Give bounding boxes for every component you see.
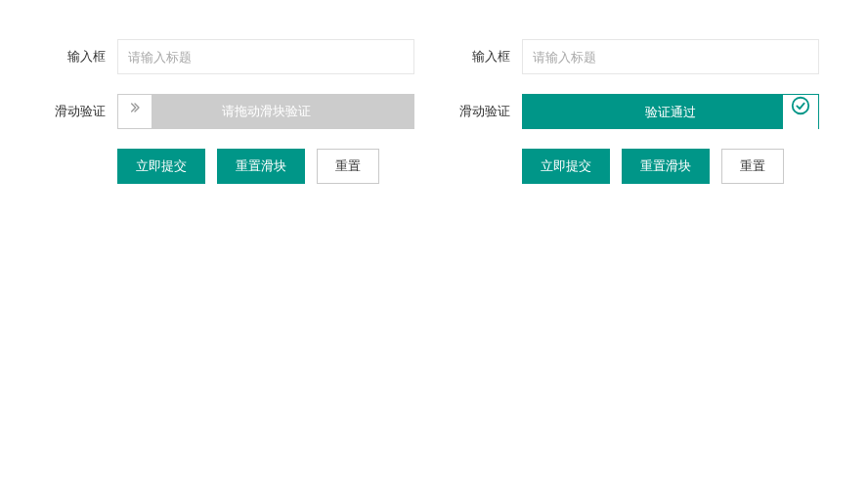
- input-label: 输入框: [49, 48, 117, 66]
- form-left: 输入框 滑动验证 请拖动滑块验证: [49, 39, 414, 184]
- input-row: 输入框: [49, 39, 414, 74]
- button-row: 立即提交 重置滑块 重置: [117, 149, 414, 184]
- slider-text: 请拖动滑块验证: [222, 104, 311, 118]
- form-right: 输入框 滑动验证 验证通过: [454, 39, 819, 184]
- submit-button[interactable]: 立即提交: [117, 149, 205, 184]
- check-circle-icon: [790, 95, 811, 130]
- success-indicator: [783, 95, 818, 130]
- reset-button[interactable]: 重置: [721, 149, 784, 184]
- slider-thumb[interactable]: [117, 94, 152, 129]
- reset-slider-button[interactable]: 重置滑块: [622, 149, 710, 184]
- slide-verify[interactable]: 请拖动滑块验证: [117, 94, 414, 129]
- svg-point-0: [793, 98, 809, 114]
- slider-text: 验证通过: [645, 105, 696, 119]
- input-row: 输入框: [454, 39, 819, 74]
- slider-label: 滑动验证: [454, 103, 522, 120]
- reset-button[interactable]: 重置: [317, 149, 379, 184]
- button-row: 立即提交 重置滑块 重置: [522, 149, 819, 184]
- title-input[interactable]: [522, 39, 819, 74]
- chevron-double-right-icon: [127, 94, 143, 129]
- slider-label: 滑动验证: [49, 103, 117, 120]
- slide-verify-success: 验证通过: [522, 94, 819, 129]
- submit-button[interactable]: 立即提交: [522, 149, 610, 184]
- reset-slider-button[interactable]: 重置滑块: [217, 149, 305, 184]
- input-label: 输入框: [454, 48, 522, 66]
- slider-row: 滑动验证 请拖动滑块验证: [49, 94, 414, 129]
- slider-row: 滑动验证 验证通过: [454, 94, 819, 129]
- title-input[interactable]: [117, 39, 414, 74]
